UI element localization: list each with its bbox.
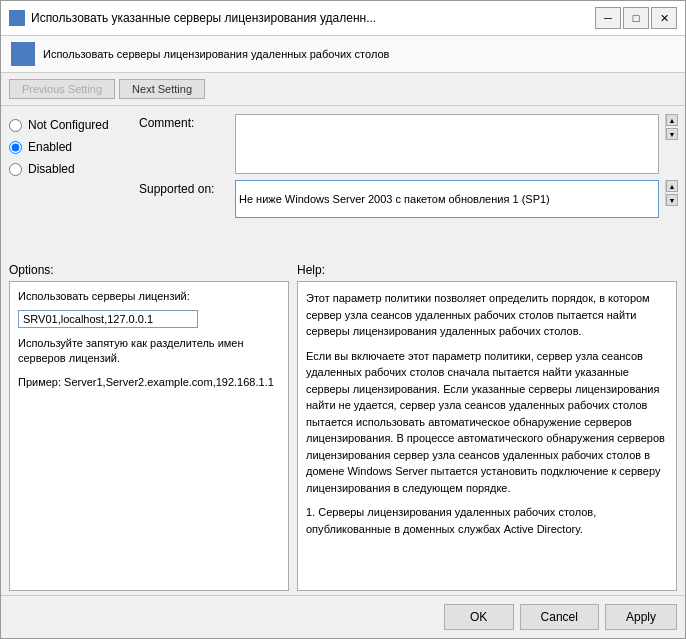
options-example: Пример: Server1,Server2.example.com,192.… [18,375,280,390]
supported-value: Не ниже Windows Server 2003 с пакетом об… [235,180,659,218]
toolbar: Previous Setting Next Setting [1,73,685,106]
scroll-up-arrow[interactable]: ▲ [666,114,678,126]
previous-setting-button[interactable]: Previous Setting [9,79,115,99]
next-setting-button[interactable]: Next Setting [119,79,205,99]
license-servers-input[interactable] [18,310,198,328]
help-paragraph-2: Если вы включаете этот параметр политики… [306,348,668,497]
title-bar-left: Использовать указанные серверы лицензиро… [9,10,376,26]
disabled-label: Disabled [28,162,75,176]
comment-label: Comment: [139,114,229,130]
supported-scrollbar: ▲ ▼ [665,180,677,206]
help-paragraph-1: Этот параметр политики позволяет определ… [306,290,668,340]
button-bar: OK Cancel Apply [1,595,685,638]
ok-button[interactable]: OK [444,604,514,630]
enabled-option[interactable]: Enabled [9,140,131,154]
main-dialog: Использовать указанные серверы лицензиро… [0,0,686,639]
apply-button[interactable]: Apply [605,604,677,630]
enabled-label: Enabled [28,140,72,154]
maximize-button[interactable]: □ [623,7,649,29]
cancel-button[interactable]: Cancel [520,604,599,630]
header-bar: Использовать серверы лицензирования удал… [1,36,685,73]
left-panel: Not Configured Enabled Disabled [9,114,139,255]
enabled-radio[interactable] [9,141,22,154]
options-title: Options: [9,263,289,277]
not-configured-option[interactable]: Not Configured [9,118,131,132]
supported-row: Supported on: Не ниже Windows Server 200… [139,180,677,218]
not-configured-label: Not Configured [28,118,109,132]
options-hint: Используйте запятую как разделитель имен… [18,336,280,367]
header-icon [11,42,35,66]
supported-label: Supported on: [139,180,229,196]
right-panel: Comment: ▲ ▼ Supported on: Не ниже Windo… [139,114,677,255]
help-panel: Help: Этот параметр политики позволяет о… [297,263,677,591]
license-label: Использовать серверы лицензий: [18,290,280,302]
dialog-title: Использовать указанные серверы лицензиро… [31,11,376,25]
comment-row: Comment: ▲ ▼ [139,114,677,174]
main-content: Not Configured Enabled Disabled Comment: [1,106,685,263]
dialog-icon [9,10,25,26]
title-bar: Использовать указанные серверы лицензиро… [1,1,685,36]
bottom-section: Options: Использовать серверы лицензий: … [1,263,685,595]
help-title: Help: [297,263,677,277]
title-controls: ─ □ ✕ [595,7,677,29]
comment-input[interactable] [235,114,659,174]
close-button[interactable]: ✕ [651,7,677,29]
radio-group: Not Configured Enabled Disabled [9,118,131,176]
options-panel: Options: Использовать серверы лицензий: … [9,263,289,591]
supported-scroll-down[interactable]: ▼ [666,194,678,206]
header-description: Использовать серверы лицензирования удал… [43,47,389,61]
comment-scrollbar: ▲ ▼ [665,114,677,140]
options-box: Использовать серверы лицензий: Используй… [9,281,289,591]
minimize-button[interactable]: ─ [595,7,621,29]
help-paragraph-3: 1. Серверы лицензирования удаленных рабо… [306,504,668,537]
disabled-option[interactable]: Disabled [9,162,131,176]
help-box: Этот параметр политики позволяет определ… [297,281,677,591]
supported-scroll-up[interactable]: ▲ [666,180,678,192]
scroll-down-arrow[interactable]: ▼ [666,128,678,140]
not-configured-radio[interactable] [9,119,22,132]
disabled-radio[interactable] [9,163,22,176]
